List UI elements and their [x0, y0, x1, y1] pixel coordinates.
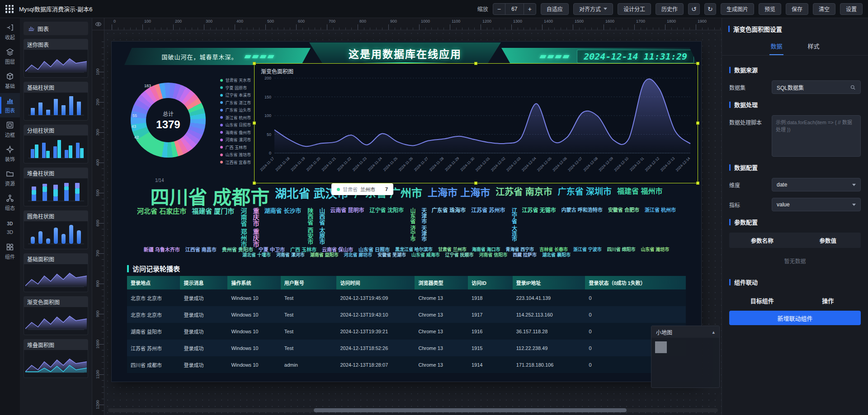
ruler-corner[interactable] [92, 18, 104, 30]
wordcloud-word[interactable]: 湖南省 长沙市 [264, 208, 302, 247]
wordcloud-word[interactable]: 新疆 乌鲁木齐市 [144, 247, 180, 253]
legend-item[interactable]: 山东省 日照市 [220, 122, 251, 128]
toolstrip-item-nodes[interactable]: 组态 [0, 191, 20, 215]
wordcloud-word[interactable]: 天津市 天津市 [420, 208, 426, 247]
legend-item[interactable]: 山东省 潍坊市 [220, 152, 251, 158]
toolstrip-item-layers[interactable]: 图层 [0, 44, 20, 69]
redo-button[interactable]: ↻ [704, 3, 716, 15]
chart-library-item[interactable]: 圆角柱状图 [24, 210, 88, 249]
legend-pagination[interactable]: 1/14 [155, 178, 164, 183]
wordcloud-word[interactable]: 河南省 漯河市 [276, 253, 305, 258]
wordcloud-word[interactable]: 山东省 威海市 [411, 253, 440, 258]
wordcloud-word[interactable]: 河南省 信阳市 [479, 253, 508, 258]
wordcloud-word[interactable]: 山西省 太原市 [318, 208, 325, 247]
legend-item[interactable]: 河南省 漯河市 [220, 137, 251, 143]
chart-library-item[interactable]: 渐变色面积图 [24, 296, 88, 335]
wordcloud-word[interactable]: 山东省 济宁市 [409, 208, 415, 247]
wordcloud-word[interactable]: 湖南省 益阳市 [310, 253, 339, 258]
toolstrip-item-cube[interactable]: 基础 [0, 69, 20, 93]
minimap-header[interactable]: 小地图 ▴ [651, 326, 719, 338]
toolstrip-item-sparkle[interactable]: 装饰 [0, 142, 20, 166]
wordcloud-component[interactable]: 四川省 成都市湖北省 武汉市广东省 广州市上海市 上海市江苏省 南京市广东省 深… [127, 185, 686, 260]
settings-button[interactable]: 设置 [840, 3, 863, 15]
toolstrip-item-frame[interactable]: 边框 [0, 117, 20, 142]
history-button[interactable]: 历史作 [656, 3, 684, 15]
wordcloud-word[interactable]: 四川省 绵阳市 [607, 247, 636, 253]
gradient-area-chart-component[interactable]: 渐变色面积图 050100150200 2024-11-172024-11-18… [255, 64, 698, 183]
wordcloud-word[interactable]: 广东省 深圳市 [558, 187, 612, 208]
apps-grid-icon[interactable] [5, 5, 14, 13]
preview-button[interactable]: 预览 [759, 3, 781, 15]
toolstrip-item-threed[interactable]: 3D3D [0, 215, 20, 239]
wordcloud-word[interactable]: 江苏省 无锡市 [522, 208, 556, 247]
toolstrip-item-widgets[interactable]: 组件 [0, 239, 20, 264]
wordcloud-word[interactable]: 广东省 珠海市 [432, 208, 466, 247]
chart-library-item[interactable]: 迷你图表 [24, 39, 88, 78]
clear-button[interactable]: 清空 [813, 3, 835, 15]
legend-item[interactable]: 浙江省 杭州市 [220, 115, 251, 121]
wordcloud-word[interactable]: 安徽省 芜湖市 [377, 253, 406, 258]
carousel-table-component[interactable]: 访问记录轮播表 登录地点提示消息操作系统用户账号访问时间浏览器类型访问ID登录I… [127, 264, 686, 373]
wordcloud-word[interactable]: 辽宁省 大连市 [511, 208, 517, 247]
wordcloud-word[interactable]: 浙江省 宁波市 [573, 247, 602, 253]
wordcloud-word[interactable]: 云南省 昆明市 [330, 208, 364, 247]
align-button[interactable]: 对齐方式 [573, 3, 613, 15]
fit-button[interactable]: 自适应 [541, 3, 569, 15]
zoom-out-button[interactable]: − [493, 4, 505, 14]
wordcloud-word[interactable]: 重庆市 重庆市 [252, 208, 259, 247]
minimap-viewport[interactable] [655, 341, 667, 353]
donut-chart-component[interactable]: 总计 1379 甘肃省 天水市宁夏 固原市辽宁省 本溪市广东省 湛江市广东省 汕… [127, 75, 251, 183]
legend-item[interactable]: 广东省 汕头市 [220, 107, 251, 113]
tab-style[interactable]: 样式 [807, 39, 821, 55]
banner-right-decoration[interactable]: 2024-12-14 11:31:29 [501, 48, 698, 65]
wordcloud-word[interactable]: 河南省 郑州市 [240, 208, 246, 247]
legend-item[interactable]: 广西 玉林市 [220, 145, 251, 150]
generate-image-button[interactable]: 生成图片 [721, 3, 754, 15]
wordcloud-word[interactable]: 山东省 潍坊市 [641, 247, 670, 253]
legend-item[interactable]: 海南省 儋州市 [220, 130, 251, 135]
dashboard-artboard[interactable]: 国破山河在，城春草木深。 这是用数据库在线应用 2024-12-14 11:31… [112, 42, 701, 382]
design-button[interactable]: 设计分工 [618, 3, 651, 15]
zoom-in-button[interactable]: + [524, 4, 536, 14]
legend-item[interactable]: 甘肃省 天水市 [220, 77, 251, 83]
wordcloud-word[interactable]: 陕西省 西安市 [307, 208, 313, 247]
legend-item[interactable]: 广东省 湛江市 [220, 100, 251, 106]
chart-library-item[interactable]: 堆叠面积图 [24, 339, 88, 378]
wordcloud-word[interactable]: 江西省 南昌市 [185, 247, 217, 253]
wordcloud-word[interactable]: 河北省 石家庄市 [137, 208, 186, 247]
banner-left-decoration[interactable]: 国破山河在，城春草木深。 [124, 48, 311, 65]
toolstrip-item-collapse[interactable]: 收起 [0, 20, 20, 44]
dimension-select[interactable]: date [772, 178, 861, 191]
legend-item[interactable]: 宁夏 固原市 [220, 85, 251, 91]
wordcloud-word[interactable]: 西藏 拉萨市 [513, 253, 537, 258]
design-canvas[interactable]: 国破山河在，城春草木深。 这是用数据库在线应用 2024-12-14 11:31… [104, 30, 722, 415]
wordcloud-word[interactable]: 湖北省 十堰市 [242, 253, 271, 258]
chart-library-item[interactable]: 堆叠柱状图 [24, 168, 88, 206]
chart-library-item[interactable]: 基础柱状图 [24, 82, 88, 121]
dataset-select[interactable]: SQL数据集 [772, 80, 861, 94]
metric-select[interactable]: value [772, 198, 861, 211]
toolstrip-item-chart[interactable]: 图表 [0, 93, 20, 117]
toolstrip-item-folder[interactable]: 资源 [0, 166, 20, 191]
scrollbar-thumb[interactable] [314, 408, 627, 412]
horizontal-scrollbar[interactable] [108, 408, 718, 412]
wordcloud-word[interactable]: 辽宁省 沈阳市 [370, 208, 404, 247]
wordcloud-word[interactable]: 福建省 厦门市 [192, 208, 234, 247]
wordcloud-word[interactable]: 上海市 上海市 [428, 187, 490, 208]
save-button[interactable]: 保存 [786, 3, 808, 15]
wordcloud-word[interactable]: 湖北省 襄阳市 [542, 253, 571, 258]
chevron-up-icon[interactable]: ▴ [712, 329, 715, 335]
wordcloud-word[interactable]: 四川省 成都市 [151, 187, 270, 208]
undo-button[interactable]: ↺ [688, 3, 700, 15]
script-textarea[interactable] [772, 115, 861, 157]
wordcloud-word[interactable]: 浙江省 杭州市 [645, 208, 676, 247]
wordcloud-word[interactable]: 安徽省 合肥市 [608, 208, 639, 247]
chart-library-item[interactable]: 基础面积图 [24, 253, 88, 292]
tab-data[interactable]: 数据 [769, 39, 783, 55]
chart-library-item[interactable]: 分组柱状图 [24, 125, 88, 163]
zoom-value[interactable]: 67 [505, 4, 524, 14]
add-linkage-button[interactable]: 新增联动组件 [729, 311, 861, 325]
banner-title-component[interactable]: 这是用数据库在线应用 [309, 42, 501, 67]
wordcloud-word[interactable]: 辽宁省 抚顺市 [445, 253, 474, 258]
wordcloud-word[interactable]: 福建省 福州市 [617, 187, 662, 208]
